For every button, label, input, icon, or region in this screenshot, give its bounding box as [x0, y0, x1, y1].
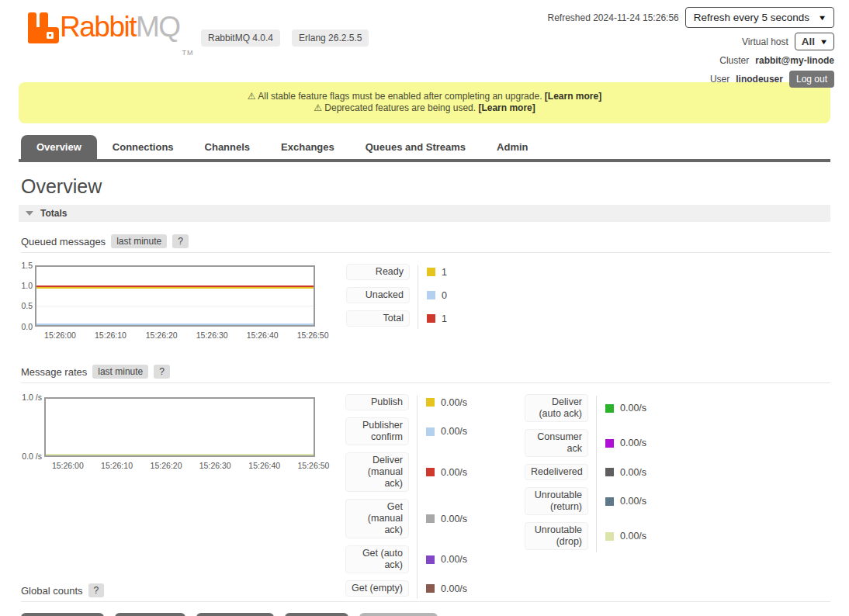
- exchanges-count-badge[interactable]: Exchanges: 8: [196, 613, 274, 616]
- x-tick: 15:26:10: [95, 330, 126, 340]
- y-tick: 1.5: [19, 261, 33, 270]
- logout-button[interactable]: Log out: [789, 71, 834, 88]
- nav-tabs: Overview Connections Channels Exchanges …: [19, 135, 830, 162]
- redelivered-swatch: [605, 468, 614, 476]
- queued-messages-chart: [35, 265, 315, 327]
- legend-row-unroutable-return: Unroutable (return) 0.00/s: [525, 487, 646, 515]
- x-tick: 15:26:30: [196, 330, 228, 340]
- erlang-version-badge: Erlang 26.2.5.5: [292, 29, 369, 47]
- x-tick: 15:26:50: [297, 330, 329, 340]
- legend-row-unacked: Unacked 0: [346, 287, 447, 303]
- x-tick: 15:26:40: [248, 461, 280, 470]
- page-title: Overview: [21, 175, 830, 198]
- rabbitmq-logo[interactable]: RabbitMQTM: [28, 11, 194, 69]
- get-auto-ack-swatch: [426, 555, 435, 564]
- x-tick: 15:26:00: [44, 330, 76, 340]
- learn-more-link[interactable]: [Learn more]: [545, 91, 601, 102]
- message-rates-header: Message rates last minute ?: [21, 365, 830, 383]
- legend-label-get-empty[interactable]: Get (empty): [345, 580, 409, 597]
- legend-row-unroutable-drop: Unroutable (drop) 0.00/s: [525, 522, 646, 550]
- global-counts-help-icon[interactable]: ?: [88, 583, 105, 597]
- version-badges: RabbitMQ 4.0.4 Erlang 26.2.5.5: [201, 29, 369, 47]
- total-series-line: [36, 286, 314, 287]
- x-tick: 15:26:10: [101, 461, 133, 470]
- legend-row-deliver-auto-ack: Deliver (auto ack) 0.00/s: [525, 394, 646, 422]
- collapse-triangle-icon[interactable]: [26, 211, 33, 216]
- legend-label-get-manual-ack[interactable]: Get (manual ack): [345, 499, 409, 538]
- queued-messages-chart-block: 1.5 1.0 0.5 0.0 15:26:00 15:26:10 15:26:…: [19, 261, 830, 352]
- cluster-name: rabbit@my-linode: [755, 55, 834, 66]
- legend-label-unroutable-return[interactable]: Unroutable (return): [525, 487, 588, 515]
- x-axis-labels: 15:26:00 15:26:10 15:26:20 15:26:30 15:2…: [35, 330, 315, 341]
- legend-label-ready[interactable]: Ready: [346, 264, 410, 280]
- publish-swatch: [426, 398, 435, 407]
- connections-count-badge[interactable]: Connections: 0: [21, 613, 104, 616]
- queues-count-badge[interactable]: Queues: 1: [285, 613, 348, 616]
- message-rates-help-icon[interactable]: ?: [154, 365, 170, 379]
- tab-exchanges[interactable]: Exchanges: [265, 135, 350, 159]
- queued-messages-legend: Ready 1 Unacked 0 Total 1: [346, 264, 447, 334]
- virtual-host-select[interactable]: All ▼: [795, 33, 834, 50]
- get-empty-swatch: [426, 584, 435, 593]
- legend-label-deliver-auto-ack[interactable]: Deliver (auto ack): [525, 394, 588, 422]
- queued-messages-help-icon[interactable]: ?: [172, 234, 189, 248]
- channels-count-badge[interactable]: Channels: 0: [115, 613, 185, 616]
- message-rates-title: Message rates: [21, 366, 87, 378]
- tab-admin[interactable]: Admin: [481, 135, 543, 159]
- legend-row-consumer-ack: Consumer ack 0.00/s: [525, 429, 646, 457]
- chevron-down-icon: ▼: [818, 14, 827, 22]
- rate-series-line: [46, 454, 314, 455]
- legend-label-get-auto-ack[interactable]: Get (auto ack): [345, 545, 409, 573]
- legend-row-deliver-manual-ack: Deliver (manual ack) 0.00/s: [345, 452, 467, 492]
- tab-connections[interactable]: Connections: [97, 135, 189, 159]
- refresh-interval-select[interactable]: Refresh every 5 seconds ▼: [685, 7, 834, 28]
- message-rates-legend-left: Publish 0.00/s Publisher confirm 0.00/s …: [345, 394, 467, 604]
- chevron-down-icon: ▼: [820, 38, 829, 46]
- unroutable-return-swatch: [605, 497, 614, 506]
- deliver-auto-ack-swatch: [605, 404, 614, 413]
- legend-row-redelivered: Redelivered 0.00/s: [525, 464, 646, 480]
- y-tick: 1.0: [19, 281, 33, 290]
- global-counts-badges: Connections: 0 Channels: 0 Exchanges: 8 …: [21, 613, 830, 616]
- learn-more-link[interactable]: [Learn more]: [478, 102, 535, 113]
- warning-banner: ⚠ All stable feature flags must be enabl…: [19, 82, 830, 123]
- legend-label-publisher-confirm[interactable]: Publisher confirm: [345, 417, 409, 445]
- get-manual-ack-swatch: [426, 514, 435, 523]
- ready-swatch: [427, 268, 435, 276]
- banner-line-deprecated: ⚠ Deprecated features are being used. [L…: [19, 102, 830, 114]
- tab-overview[interactable]: Overview: [21, 135, 97, 159]
- legend-label-deliver-manual-ack[interactable]: Deliver (manual ack): [345, 452, 409, 492]
- x-tick: 15:26:40: [247, 330, 279, 340]
- total-swatch: [427, 314, 435, 323]
- legend-row-get-empty: Get (empty) 0.00/s: [345, 580, 467, 597]
- x-tick: 15:26:50: [297, 461, 329, 470]
- x-tick: 15:26:20: [151, 461, 182, 470]
- refreshed-timestamp: Refreshed 2024-11-24 15:26:56: [548, 12, 679, 23]
- consumers-count-badge[interactable]: Consumers: 0: [359, 613, 438, 616]
- legend-label-consumer-ack[interactable]: Consumer ack: [525, 429, 588, 457]
- message-rates-chart: [44, 397, 315, 457]
- message-rates-range-badge[interactable]: last minute: [92, 365, 148, 379]
- tab-channels[interactable]: Channels: [189, 135, 266, 159]
- legend-label-publish[interactable]: Publish: [345, 394, 409, 410]
- legend-row-ready: Ready 1: [346, 264, 447, 280]
- deliver-manual-ack-swatch: [426, 468, 435, 476]
- totals-section-header[interactable]: Totals: [19, 205, 830, 222]
- legend-label-unacked[interactable]: Unacked: [346, 287, 410, 303]
- warning-icon: ⚠: [314, 102, 322, 113]
- legend-label-total[interactable]: Total: [346, 310, 410, 327]
- queued-messages-range-badge[interactable]: last minute: [111, 234, 167, 248]
- unacked-swatch: [427, 291, 435, 299]
- ready-value: 1: [442, 267, 447, 278]
- consumer-ack-swatch: [605, 439, 614, 448]
- y-tick: 0.0: [19, 322, 33, 331]
- legend-label-unroutable-drop[interactable]: Unroutable (drop): [525, 522, 588, 550]
- legend-row-get-manual-ack: Get (manual ack) 0.00/s: [345, 499, 467, 538]
- unroutable-drop-swatch: [605, 532, 614, 541]
- legend-label-redelivered[interactable]: Redelivered: [525, 464, 588, 480]
- rabbitmq-logo-icon: [28, 12, 59, 43]
- tab-queues-and-streams[interactable]: Queues and Streams: [350, 135, 481, 159]
- banner-line-feature-flags: ⚠ All stable feature flags must be enabl…: [19, 91, 830, 102]
- global-counts-title: Global counts: [21, 585, 83, 597]
- header: RabbitMQTM RabbitMQ 4.0.4 Erlang 26.2.5.…: [0, 0, 849, 82]
